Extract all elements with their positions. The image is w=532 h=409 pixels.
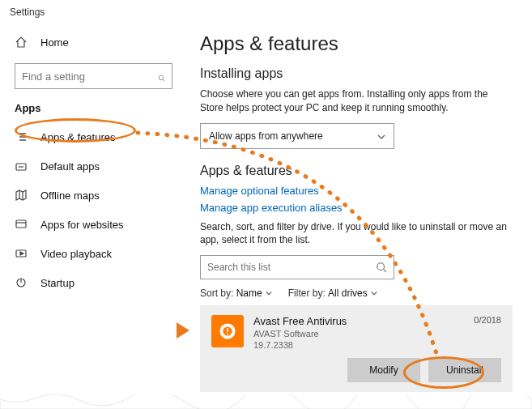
svg-rect-12 bbox=[16, 220, 26, 228]
search-description: Search, sort, and filter by drive. If yo… bbox=[200, 220, 513, 248]
svg-point-0 bbox=[159, 75, 164, 80]
search-icon bbox=[376, 262, 387, 273]
window-title: Settings bbox=[0, 0, 532, 24]
default-icon bbox=[15, 160, 28, 173]
sort-dropdown[interactable]: Name bbox=[236, 288, 272, 299]
svg-rect-22 bbox=[227, 328, 228, 332]
sidebar-category: Apps bbox=[0, 97, 182, 122]
sidebar-item-label: Video playback bbox=[40, 248, 112, 260]
websites-icon bbox=[15, 218, 28, 231]
sidebar-search[interactable] bbox=[15, 63, 172, 89]
sidebar-home-label: Home bbox=[40, 36, 69, 49]
svg-marker-15 bbox=[20, 252, 23, 255]
app-publisher: AVAST Software bbox=[253, 329, 464, 339]
app-icon bbox=[211, 315, 244, 347]
window-title-text: Settings bbox=[10, 6, 45, 18]
installing-title: Installing apps bbox=[200, 66, 513, 81]
sidebar-item-video-playback[interactable]: Video playback bbox=[0, 239, 182, 268]
modify-button[interactable]: Modify bbox=[347, 358, 420, 382]
sidebar-home[interactable]: Home bbox=[0, 28, 182, 57]
sidebar-search-input[interactable] bbox=[22, 70, 158, 83]
sidebar-item-label: Startup bbox=[40, 277, 74, 289]
sidebar-item-label: Apps & features bbox=[40, 131, 116, 143]
app-search-input[interactable] bbox=[207, 262, 376, 273]
app-date: 0/2018 bbox=[474, 315, 501, 325]
sidebar-item-label: Apps for websites bbox=[40, 219, 124, 231]
startup-icon bbox=[15, 276, 28, 289]
sidebar-item-label: Default apps bbox=[40, 160, 100, 173]
svg-rect-23 bbox=[227, 334, 228, 335]
sidebar-item-startup[interactable]: Startup bbox=[0, 268, 182, 297]
main-content: Apps & features Installing apps Choose w… bbox=[182, 24, 532, 409]
sidebar-item-offline-maps[interactable]: Offline maps bbox=[0, 181, 182, 210]
page-title: Apps & features bbox=[200, 32, 513, 55]
uninstall-button[interactable]: Uninstall bbox=[428, 358, 501, 382]
link-optional-features[interactable]: Manage optional features bbox=[200, 185, 513, 197]
dropdown-value: Allow apps from anywhere bbox=[209, 130, 323, 142]
torn-edge bbox=[0, 394, 532, 409]
svg-point-18 bbox=[377, 263, 385, 271]
link-execution-aliases[interactable]: Manage app execution aliases bbox=[200, 202, 513, 214]
app-name: Avast Free Antivirus bbox=[253, 315, 464, 327]
app-version: 19.7.2338 bbox=[253, 340, 464, 350]
app-search[interactable] bbox=[200, 255, 394, 279]
chevron-down-icon bbox=[377, 132, 385, 140]
appsfeat-title: Apps & features bbox=[200, 164, 513, 178]
svg-line-1 bbox=[163, 79, 164, 81]
chevron-down-icon bbox=[266, 290, 272, 296]
sidebar-item-label: Offline maps bbox=[40, 190, 100, 202]
sidebar-item-apps-features[interactable]: Apps & features bbox=[0, 122, 182, 151]
sidebar: Home Apps Apps & features Default apps bbox=[0, 24, 182, 409]
map-icon bbox=[15, 189, 28, 202]
sort-filter-row: Sort by: Name Filter by: All drives bbox=[200, 288, 513, 299]
chevron-down-icon bbox=[371, 290, 377, 296]
filter-label: Filter by: bbox=[288, 288, 326, 299]
search-icon bbox=[158, 70, 165, 82]
video-icon bbox=[15, 247, 28, 260]
list-icon bbox=[15, 130, 28, 143]
install-source-dropdown[interactable]: Allow apps from anywhere bbox=[200, 123, 394, 149]
sort-value: Name bbox=[236, 288, 262, 299]
svg-line-19 bbox=[384, 270, 387, 273]
home-icon bbox=[15, 36, 28, 49]
sidebar-item-apps-websites[interactable]: Apps for websites bbox=[0, 210, 182, 239]
filter-dropdown[interactable]: All drives bbox=[328, 288, 377, 299]
sidebar-item-default-apps[interactable]: Default apps bbox=[0, 151, 182, 181]
app-list-item[interactable]: Avast Free Antivirus AVAST Software 19.7… bbox=[200, 305, 513, 392]
sort-label: Sort by: bbox=[200, 288, 233, 299]
filter-value: All drives bbox=[328, 288, 368, 299]
installing-description: Choose where you can get apps from. Inst… bbox=[200, 87, 513, 115]
